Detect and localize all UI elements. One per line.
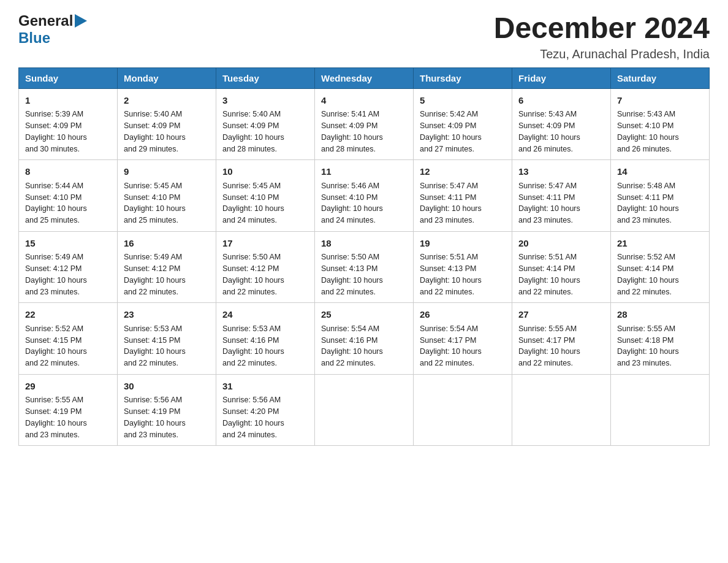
calendar-day-cell: 21Sunrise: 5:52 AMSunset: 4:14 PMDayligh… xyxy=(611,231,710,303)
day-number: 15 xyxy=(25,237,111,251)
day-info: Sunrise: 5:50 AMSunset: 4:13 PMDaylight:… xyxy=(321,251,407,297)
calendar-day-cell xyxy=(512,374,611,446)
day-info: Sunrise: 5:55 AMSunset: 4:17 PMDaylight:… xyxy=(518,323,604,369)
day-info: Sunrise: 5:54 AMSunset: 4:16 PMDaylight:… xyxy=(321,323,407,369)
calendar-day-cell: 8Sunrise: 5:44 AMSunset: 4:10 PMDaylight… xyxy=(19,160,118,232)
weekday-header-cell: Saturday xyxy=(611,67,710,88)
day-number: 13 xyxy=(518,165,604,179)
day-info: Sunrise: 5:40 AMSunset: 4:09 PMDaylight:… xyxy=(222,109,308,155)
day-number: 25 xyxy=(321,308,407,322)
calendar-day-cell: 4Sunrise: 5:41 AMSunset: 4:09 PMDaylight… xyxy=(315,88,414,160)
location-subtitle: Tezu, Arunachal Pradesh, India xyxy=(494,47,710,61)
calendar-week-row: 1Sunrise: 5:39 AMSunset: 4:09 PMDaylight… xyxy=(19,88,710,160)
weekday-header-row: SundayMondayTuesdayWednesdayThursdayFrid… xyxy=(19,67,710,88)
calendar-week-row: 22Sunrise: 5:52 AMSunset: 4:15 PMDayligh… xyxy=(19,303,710,375)
day-number: 8 xyxy=(25,165,111,179)
calendar-day-cell: 1Sunrise: 5:39 AMSunset: 4:09 PMDaylight… xyxy=(19,88,118,160)
day-info: Sunrise: 5:50 AMSunset: 4:12 PMDaylight:… xyxy=(222,251,308,297)
day-number: 26 xyxy=(420,308,506,322)
day-info: Sunrise: 5:48 AMSunset: 4:11 PMDaylight:… xyxy=(617,180,703,226)
day-number: 30 xyxy=(124,380,210,394)
day-number: 23 xyxy=(124,308,210,322)
month-year-title: December 2024 xyxy=(494,12,710,45)
weekday-header-cell: Thursday xyxy=(414,67,512,88)
day-info: Sunrise: 5:56 AMSunset: 4:19 PMDaylight:… xyxy=(124,394,210,440)
day-info: Sunrise: 5:55 AMSunset: 4:19 PMDaylight:… xyxy=(25,394,111,440)
calendar-day-cell xyxy=(315,374,414,446)
day-number: 2 xyxy=(124,94,210,108)
day-number: 29 xyxy=(25,380,111,394)
day-number: 21 xyxy=(617,237,703,251)
calendar-day-cell: 16Sunrise: 5:49 AMSunset: 4:12 PMDayligh… xyxy=(118,231,216,303)
calendar-day-cell: 30Sunrise: 5:56 AMSunset: 4:19 PMDayligh… xyxy=(118,374,216,446)
calendar-day-cell: 23Sunrise: 5:53 AMSunset: 4:15 PMDayligh… xyxy=(118,303,216,375)
page-header: General Blue December 2024 Tezu, Arunach… xyxy=(18,12,710,61)
calendar-day-cell: 29Sunrise: 5:55 AMSunset: 4:19 PMDayligh… xyxy=(19,374,118,446)
day-info: Sunrise: 5:55 AMSunset: 4:18 PMDaylight:… xyxy=(617,323,703,369)
calendar-day-cell xyxy=(611,374,710,446)
day-info: Sunrise: 5:46 AMSunset: 4:10 PMDaylight:… xyxy=(321,180,407,226)
day-number: 20 xyxy=(518,237,604,251)
weekday-header-cell: Friday xyxy=(512,67,611,88)
logo-general-text: General xyxy=(18,12,73,29)
day-info: Sunrise: 5:51 AMSunset: 4:13 PMDaylight:… xyxy=(420,251,506,297)
calendar-day-cell: 11Sunrise: 5:46 AMSunset: 4:10 PMDayligh… xyxy=(315,160,414,232)
calendar-day-cell: 24Sunrise: 5:53 AMSunset: 4:16 PMDayligh… xyxy=(216,303,315,375)
calendar-day-cell: 10Sunrise: 5:45 AMSunset: 4:10 PMDayligh… xyxy=(216,160,315,232)
day-number: 11 xyxy=(321,165,407,179)
calendar-day-cell: 31Sunrise: 5:56 AMSunset: 4:20 PMDayligh… xyxy=(216,374,315,446)
logo: General Blue xyxy=(18,12,87,47)
day-info: Sunrise: 5:41 AMSunset: 4:09 PMDaylight:… xyxy=(321,109,407,155)
calendar-week-row: 15Sunrise: 5:49 AMSunset: 4:12 PMDayligh… xyxy=(19,231,710,303)
day-number: 16 xyxy=(124,237,210,251)
calendar-day-cell: 26Sunrise: 5:54 AMSunset: 4:17 PMDayligh… xyxy=(414,303,512,375)
day-info: Sunrise: 5:49 AMSunset: 4:12 PMDaylight:… xyxy=(25,251,111,297)
day-number: 7 xyxy=(617,94,703,108)
calendar-day-cell: 7Sunrise: 5:43 AMSunset: 4:10 PMDaylight… xyxy=(611,88,710,160)
day-number: 27 xyxy=(518,308,604,322)
day-number: 5 xyxy=(420,94,506,108)
day-info: Sunrise: 5:44 AMSunset: 4:10 PMDaylight:… xyxy=(25,180,111,226)
title-section: December 2024 Tezu, Arunachal Pradesh, I… xyxy=(494,12,710,61)
calendar-day-cell: 3Sunrise: 5:40 AMSunset: 4:09 PMDaylight… xyxy=(216,88,315,160)
day-info: Sunrise: 5:40 AMSunset: 4:09 PMDaylight:… xyxy=(124,109,210,155)
calendar-day-cell: 13Sunrise: 5:47 AMSunset: 4:11 PMDayligh… xyxy=(512,160,611,232)
calendar-week-row: 29Sunrise: 5:55 AMSunset: 4:19 PMDayligh… xyxy=(19,374,710,446)
calendar-day-cell: 9Sunrise: 5:45 AMSunset: 4:10 PMDaylight… xyxy=(118,160,216,232)
day-number: 28 xyxy=(617,308,703,322)
day-number: 6 xyxy=(518,94,604,108)
logo-blue-text: Blue xyxy=(18,29,50,46)
day-info: Sunrise: 5:53 AMSunset: 4:16 PMDaylight:… xyxy=(222,323,308,369)
calendar-day-cell xyxy=(414,374,512,446)
day-info: Sunrise: 5:53 AMSunset: 4:15 PMDaylight:… xyxy=(124,323,210,369)
day-number: 18 xyxy=(321,237,407,251)
day-info: Sunrise: 5:47 AMSunset: 4:11 PMDaylight:… xyxy=(420,180,506,226)
day-info: Sunrise: 5:43 AMSunset: 4:10 PMDaylight:… xyxy=(617,109,703,155)
day-info: Sunrise: 5:52 AMSunset: 4:14 PMDaylight:… xyxy=(617,251,703,297)
day-number: 12 xyxy=(420,165,506,179)
calendar-day-cell: 17Sunrise: 5:50 AMSunset: 4:12 PMDayligh… xyxy=(216,231,315,303)
day-number: 24 xyxy=(222,308,308,322)
calendar-day-cell: 22Sunrise: 5:52 AMSunset: 4:15 PMDayligh… xyxy=(19,303,118,375)
day-info: Sunrise: 5:39 AMSunset: 4:09 PMDaylight:… xyxy=(25,109,111,155)
weekday-header-cell: Monday xyxy=(118,67,216,88)
calendar-day-cell: 15Sunrise: 5:49 AMSunset: 4:12 PMDayligh… xyxy=(19,231,118,303)
day-info: Sunrise: 5:47 AMSunset: 4:11 PMDaylight:… xyxy=(518,180,604,226)
weekday-header-cell: Tuesday xyxy=(216,67,315,88)
day-info: Sunrise: 5:51 AMSunset: 4:14 PMDaylight:… xyxy=(518,251,604,297)
calendar-day-cell: 6Sunrise: 5:43 AMSunset: 4:09 PMDaylight… xyxy=(512,88,611,160)
day-number: 22 xyxy=(25,308,111,322)
calendar-table: SundayMondayTuesdayWednesdayThursdayFrid… xyxy=(18,67,710,446)
calendar-body: 1Sunrise: 5:39 AMSunset: 4:09 PMDaylight… xyxy=(19,88,710,446)
calendar-day-cell: 20Sunrise: 5:51 AMSunset: 4:14 PMDayligh… xyxy=(512,231,611,303)
day-number: 3 xyxy=(222,94,308,108)
day-info: Sunrise: 5:56 AMSunset: 4:20 PMDaylight:… xyxy=(222,394,308,440)
day-number: 31 xyxy=(222,380,308,394)
calendar-day-cell: 19Sunrise: 5:51 AMSunset: 4:13 PMDayligh… xyxy=(414,231,512,303)
calendar-day-cell: 18Sunrise: 5:50 AMSunset: 4:13 PMDayligh… xyxy=(315,231,414,303)
day-number: 4 xyxy=(321,94,407,108)
day-number: 19 xyxy=(420,237,506,251)
calendar-day-cell: 27Sunrise: 5:55 AMSunset: 4:17 PMDayligh… xyxy=(512,303,611,375)
weekday-header-cell: Wednesday xyxy=(315,67,414,88)
calendar-day-cell: 14Sunrise: 5:48 AMSunset: 4:11 PMDayligh… xyxy=(611,160,710,232)
